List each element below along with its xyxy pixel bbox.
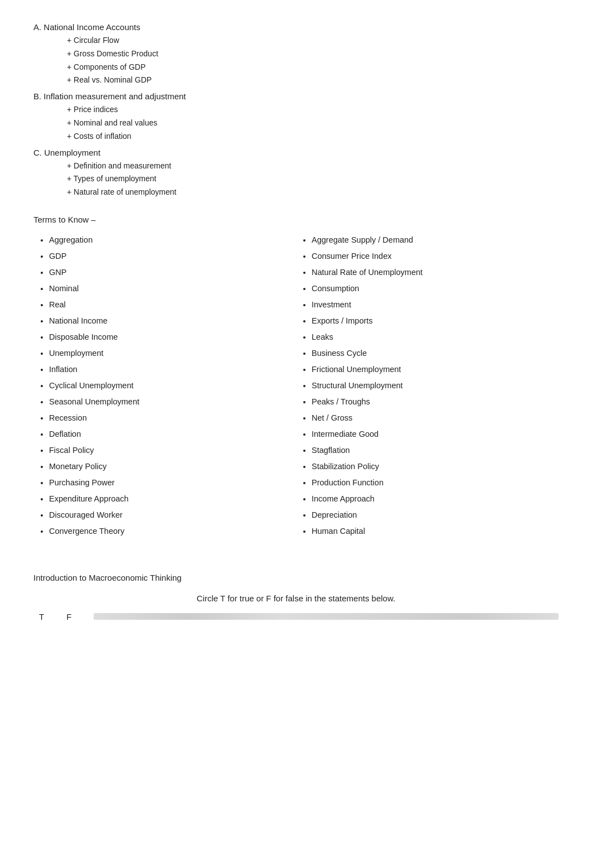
- list-item: Net / Gross: [312, 410, 559, 426]
- section-a-label: A. National Income Accounts: [33, 22, 559, 32]
- list-item: Purchasing Power: [49, 475, 296, 491]
- list-item: GDP: [49, 248, 296, 264]
- list-item: Convergence Theory: [49, 523, 296, 539]
- list-item: Unemployment: [49, 345, 296, 361]
- list-item: Consumption: [312, 281, 559, 297]
- list-item: Frictional Unemployment: [312, 361, 559, 378]
- list-item: Consumer Price Index: [312, 248, 559, 264]
- list-item: Business Cycle: [312, 345, 559, 361]
- section-c-item-3: + Natural rate of unemployment: [67, 186, 559, 199]
- list-item: Stabilization Policy: [312, 459, 559, 475]
- tf-line-decoration: [94, 613, 559, 620]
- outline-section-c: C. Unemployment + Definition and measure…: [33, 148, 559, 199]
- list-item: Aggregate Supply / Demand: [312, 232, 559, 248]
- terms-left-column: Aggregation GDP GNP Nominal Real Nationa…: [33, 232, 296, 539]
- outline-section-b: B. Inflation measurement and adjustment …: [33, 91, 559, 143]
- list-item: Human Capital: [312, 523, 559, 539]
- list-item: Inflation: [49, 361, 296, 378]
- list-item: Leaks: [312, 329, 559, 345]
- list-item: Nominal: [49, 281, 296, 297]
- section-a-item-3: + Components of GDP: [67, 61, 559, 74]
- list-item: Recession: [49, 410, 296, 426]
- section-b-item-2: + Nominal and real values: [67, 117, 559, 130]
- tf-row: T F: [39, 612, 559, 621]
- list-item: Seasonal Unemployment: [49, 394, 296, 410]
- section-b-item-3: + Costs of inflation: [67, 130, 559, 143]
- section-a-items: + Circular Flow + Gross Domestic Product…: [67, 34, 559, 87]
- section-a-item-2: + Gross Domestic Product: [67, 47, 559, 61]
- list-item: Expenditure Approach: [49, 491, 296, 507]
- tf-true: T: [39, 612, 44, 621]
- circle-instruction: Circle T for true or F for false in the …: [33, 594, 559, 603]
- list-item: Exports / Imports: [312, 313, 559, 329]
- terms-left-list: Aggregation GDP GNP Nominal Real Nationa…: [33, 232, 296, 539]
- outline-section-a: A. National Income Accounts + Circular F…: [33, 22, 559, 87]
- section-a-item-1: + Circular Flow: [67, 34, 559, 47]
- list-item: Real: [49, 297, 296, 313]
- tf-false: F: [66, 612, 71, 621]
- intro-label: Introduction to Macroeconomic Thinking: [33, 573, 559, 582]
- list-item: GNP: [49, 264, 296, 281]
- section-b-item-1: + Price indices: [67, 103, 559, 117]
- section-c-item-2: + Types of unemployment: [67, 172, 559, 186]
- list-item: National Income: [49, 313, 296, 329]
- section-c-item-1: + Definition and measurement: [67, 160, 559, 173]
- list-item: Peaks / Troughs: [312, 394, 559, 410]
- list-item: Stagflation: [312, 442, 559, 459]
- terms-right-column: Aggregate Supply / Demand Consumer Price…: [296, 232, 559, 539]
- list-item: Natural Rate of Unemployment: [312, 264, 559, 281]
- list-item: Aggregation: [49, 232, 296, 248]
- list-item: Depreciation: [312, 507, 559, 523]
- section-c-items: + Definition and measurement + Types of …: [67, 160, 559, 199]
- list-item: Intermediate Good: [312, 426, 559, 442]
- intro-section: Introduction to Macroeconomic Thinking: [33, 573, 559, 582]
- terms-header: Terms to Know –: [33, 215, 559, 224]
- list-item: Cyclical Unemployment: [49, 378, 296, 394]
- list-item: Structural Unemployment: [312, 378, 559, 394]
- list-item: Income Approach: [312, 491, 559, 507]
- list-item: Deflation: [49, 426, 296, 442]
- section-a-item-4: + Real vs. Nominal GDP: [67, 74, 559, 87]
- section-b-items: + Price indices + Nominal and real value…: [67, 103, 559, 143]
- terms-columns: Aggregation GDP GNP Nominal Real Nationa…: [33, 232, 559, 539]
- list-item: Discouraged Worker: [49, 507, 296, 523]
- list-item: Monetary Policy: [49, 459, 296, 475]
- section-b-label: B. Inflation measurement and adjustment: [33, 91, 559, 101]
- list-item: Investment: [312, 297, 559, 313]
- list-item: Production Function: [312, 475, 559, 491]
- section-c-label: C. Unemployment: [33, 148, 559, 157]
- list-item: Disposable Income: [49, 329, 296, 345]
- list-item: Fiscal Policy: [49, 442, 296, 459]
- terms-right-list: Aggregate Supply / Demand Consumer Price…: [296, 232, 559, 539]
